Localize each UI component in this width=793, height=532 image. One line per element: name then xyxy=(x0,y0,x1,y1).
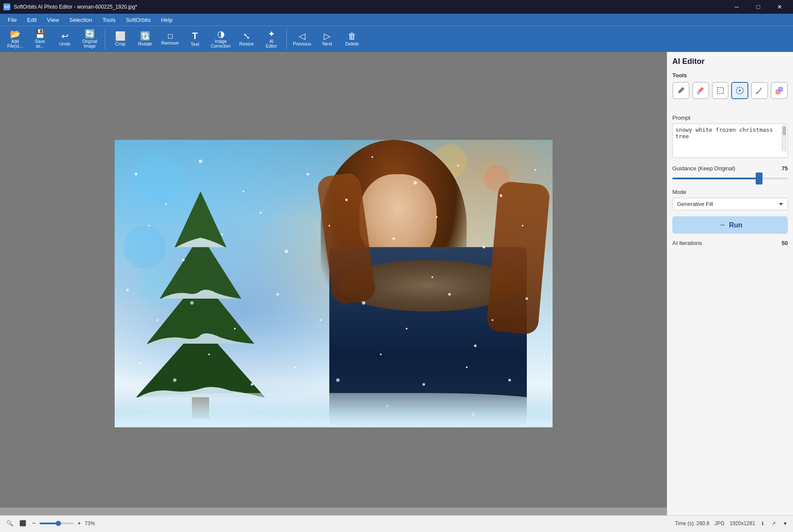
previous-button[interactable]: ◁ Previous xyxy=(290,30,314,48)
menu-tools[interactable]: Tools xyxy=(98,15,120,25)
next-button[interactable]: ▷ Next xyxy=(316,30,339,48)
svg-point-41 xyxy=(294,366,296,368)
svg-point-20 xyxy=(285,250,288,253)
circle-selection-tool[interactable] xyxy=(731,82,748,99)
run-button[interactable]: → Run xyxy=(672,216,788,234)
guidance-row: Guidance (Keep Original) 75 xyxy=(672,165,788,172)
delete-label: Delete xyxy=(345,41,359,46)
original-image-label: Original Image xyxy=(82,39,97,48)
color-brush-tool[interactable] xyxy=(692,82,709,99)
zoom-slider-thumb[interactable] xyxy=(56,521,61,526)
delete-button[interactable]: 🗑 Delete xyxy=(340,30,364,48)
menu-selection[interactable]: Selection xyxy=(65,15,96,25)
svg-point-56 xyxy=(697,92,699,94)
info-button[interactable]: ℹ xyxy=(760,519,765,528)
minimize-button[interactable]: ─ xyxy=(727,0,747,14)
resize-button[interactable]: ⤡ Resize xyxy=(235,30,258,48)
mode-select-container: Generative Fill Inpaint Outpaint Replace xyxy=(672,198,788,210)
original-image-icon: 🔄 xyxy=(85,30,95,38)
close-button[interactable]: ✕ xyxy=(770,0,790,14)
zoom-fit-button[interactable]: 🔍 xyxy=(5,519,15,528)
resize-icon: ⤡ xyxy=(243,32,250,40)
menu-view[interactable]: View xyxy=(43,15,63,25)
ai-iterations-value: 50 xyxy=(782,240,788,246)
maximize-button[interactable]: □ xyxy=(748,0,768,14)
prompt-label: Prompt xyxy=(672,115,788,121)
next-label: Next xyxy=(322,41,332,46)
crop-icon: ⬜ xyxy=(115,32,126,40)
zoom-out-button[interactable]: − xyxy=(31,519,37,528)
guidance-slider[interactable] xyxy=(672,174,788,183)
panel-title: AI Editor xyxy=(672,57,788,66)
status-bar: 🔍 ⬛ − + 73% Time (s): 280.8 JPG 1920x128… xyxy=(0,515,793,531)
prompt-scrollbar-thumb[interactable] xyxy=(783,127,786,135)
title-bar-controls: ─ □ ✕ xyxy=(727,0,790,14)
guidance-slider-thumb[interactable] xyxy=(756,172,763,184)
resolution-display: 1920x1281 xyxy=(729,520,755,526)
rect-selection-tool[interactable] xyxy=(712,82,729,99)
zoom-actual-button[interactable]: ⬛ xyxy=(18,519,27,528)
christmas-tree xyxy=(128,187,273,427)
tools-label: Tools xyxy=(672,72,788,79)
svg-point-9 xyxy=(199,160,202,163)
svg-point-30 xyxy=(276,293,279,296)
svg-marker-61 xyxy=(760,87,762,89)
save-label: Save as... xyxy=(35,39,45,48)
ground-snow xyxy=(115,393,553,427)
photo-canvas[interactable] xyxy=(115,140,553,427)
guidance-slider-fill xyxy=(672,178,759,179)
magic-wand-tool[interactable] xyxy=(751,82,768,99)
ai-editor-label: AI Editor xyxy=(266,39,277,48)
color-picker-tool[interactable] xyxy=(771,82,788,99)
prompt-input[interactable]: snowy white frozen christmass tree xyxy=(672,124,788,158)
remove-button[interactable]: ◻ Remove xyxy=(158,31,182,47)
run-arrow-icon: → xyxy=(718,221,726,230)
text-button[interactable]: T Text xyxy=(183,30,207,48)
prompt-container: snowy white frozen christmass tree xyxy=(672,124,788,159)
mode-label: Mode xyxy=(672,189,788,195)
ai-editor-button[interactable]: ✦ AI Editor xyxy=(260,28,283,50)
add-file-button[interactable]: 📂 Add File(s)... xyxy=(3,28,27,50)
menu-file[interactable]: File xyxy=(3,15,21,25)
rotate-label: Rotate xyxy=(138,41,152,46)
status-zoom: − + 73% xyxy=(31,519,100,528)
guidance-value: 75 xyxy=(782,165,788,172)
text-icon: T xyxy=(192,31,197,41)
window-title: SoftOrbits AI Photo Editor - woman-60022… xyxy=(14,4,137,10)
zoom-slider[interactable] xyxy=(39,523,74,524)
undo-button[interactable]: ↩ Undo xyxy=(53,30,76,48)
svg-point-59 xyxy=(739,90,741,91)
rotate-button[interactable]: 🔃 Rotate xyxy=(134,30,157,48)
menu-edit[interactable]: Edit xyxy=(23,15,41,25)
mode-select[interactable]: Generative Fill Inpaint Outpaint Replace xyxy=(672,198,788,210)
undo-label: Undo xyxy=(59,41,70,46)
rotate-icon: 🔃 xyxy=(140,32,151,40)
image-correction-label: Image Correction xyxy=(211,39,231,48)
tools-spacer xyxy=(672,106,788,115)
original-image-button[interactable]: 🔄 Original Image xyxy=(78,28,101,50)
text-label: Text xyxy=(191,42,199,47)
prompt-scrollbar[interactable] xyxy=(782,125,786,151)
menu-softorbits[interactable]: SoftOrbits xyxy=(122,15,155,25)
crop-button[interactable]: ⬜ Crop xyxy=(109,30,132,48)
undo-icon: ↩ xyxy=(61,32,69,40)
share-button[interactable]: ↗ xyxy=(770,519,777,528)
horizontal-scrollbar[interactable] xyxy=(0,508,667,515)
heart-button[interactable]: ♥ xyxy=(782,519,788,528)
canvas-area[interactable] xyxy=(0,52,667,515)
zoom-in-button[interactable]: + xyxy=(76,519,82,528)
save-button[interactable]: 💾 Save as... xyxy=(28,28,52,50)
ai-iterations-label: AI Iterations xyxy=(672,240,702,246)
crop-label: Crop xyxy=(115,41,125,46)
run-label: Run xyxy=(729,221,742,229)
image-correction-button[interactable]: ◑ Image Correction xyxy=(208,28,233,50)
menu-bar: File Edit View Selection Tools SoftOrbit… xyxy=(0,14,793,26)
brush-tool[interactable] xyxy=(672,82,690,99)
prompt-scrollbar-track xyxy=(782,125,786,151)
time-display: Time (s): 280.8 xyxy=(675,520,709,526)
resize-label: Resize xyxy=(239,41,254,46)
separator-2 xyxy=(286,29,287,49)
menu-help[interactable]: Help xyxy=(157,15,177,25)
add-file-icon: 📂 xyxy=(10,30,21,38)
right-panel: AI Editor Tools xyxy=(667,52,793,515)
